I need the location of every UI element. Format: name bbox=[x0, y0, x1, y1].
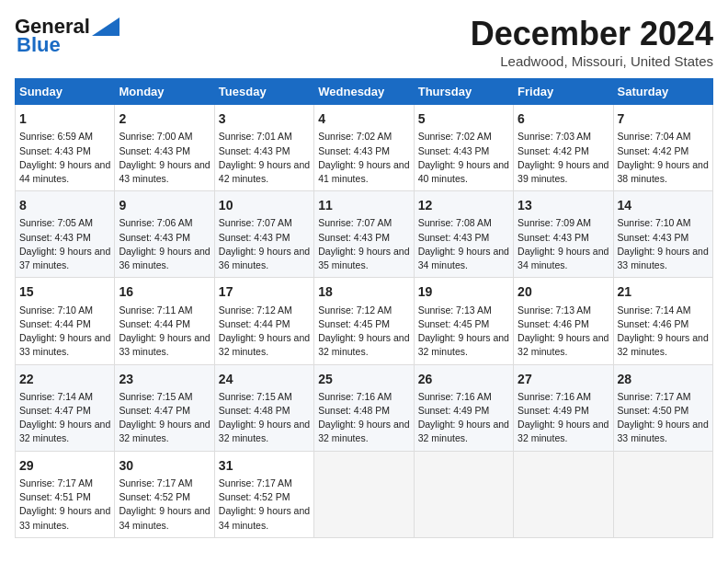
svg-marker-0 bbox=[92, 17, 119, 36]
sunrise-label: Sunrise: 7:17 AM bbox=[19, 477, 93, 488]
daylight-label: Daylight: 9 hours and 33 minutes. bbox=[618, 246, 709, 270]
sunset-label: Sunset: 4:43 PM bbox=[318, 232, 390, 243]
sunset-label: Sunset: 4:45 PM bbox=[418, 318, 490, 329]
calendar-cell: 10Sunrise: 7:07 AMSunset: 4:43 PMDayligh… bbox=[214, 191, 313, 278]
calendar-cell: 31Sunrise: 7:17 AMSunset: 4:52 PMDayligh… bbox=[214, 451, 313, 537]
sunset-label: Sunset: 4:43 PM bbox=[418, 232, 490, 243]
calendar-cell: 7Sunrise: 7:04 AMSunset: 4:42 PMDaylight… bbox=[613, 105, 712, 191]
daylight-label: Daylight: 9 hours and 32 minutes. bbox=[518, 332, 609, 357]
daylight-label: Daylight: 9 hours and 40 minutes. bbox=[418, 159, 509, 184]
daylight-label: Daylight: 9 hours and 41 minutes. bbox=[318, 159, 409, 184]
sunset-label: Sunset: 4:49 PM bbox=[418, 405, 490, 416]
day-header-tuesday: Tuesday bbox=[214, 79, 313, 105]
sunset-label: Sunset: 4:43 PM bbox=[318, 145, 390, 156]
calendar-cell bbox=[514, 451, 613, 537]
calendar-cell: 12Sunrise: 7:08 AMSunset: 4:43 PMDayligh… bbox=[414, 191, 513, 278]
daylight-label: Daylight: 9 hours and 32 minutes. bbox=[418, 419, 509, 443]
calendar-cell bbox=[414, 451, 513, 537]
daylight-label: Daylight: 9 hours and 32 minutes. bbox=[618, 332, 709, 357]
day-number: 21 bbox=[618, 282, 709, 301]
sunset-label: Sunset: 4:52 PM bbox=[219, 491, 290, 502]
day-number: 9 bbox=[119, 196, 210, 214]
sunrise-label: Sunrise: 7:10 AM bbox=[618, 217, 691, 228]
sunset-label: Sunset: 4:42 PM bbox=[518, 145, 589, 156]
calendar-table: SundayMondayTuesdayWednesdayThursdayFrid… bbox=[15, 78, 713, 538]
day-header-saturday: Saturday bbox=[613, 79, 712, 105]
day-number: 15 bbox=[19, 282, 110, 301]
day-number: 17 bbox=[219, 282, 310, 301]
calendar-row-4: 22Sunrise: 7:14 AMSunset: 4:47 PMDayligh… bbox=[16, 364, 713, 451]
daylight-label: Daylight: 9 hours and 32 minutes. bbox=[418, 332, 509, 357]
sunset-label: Sunset: 4:47 PM bbox=[119, 405, 190, 416]
sunrise-label: Sunrise: 7:00 AM bbox=[119, 131, 192, 142]
calendar-cell: 8Sunrise: 7:05 AMSunset: 4:43 PMDaylight… bbox=[16, 191, 115, 278]
logo: General Blue bbox=[15, 15, 119, 57]
sunset-label: Sunset: 4:48 PM bbox=[318, 405, 390, 416]
day-header-thursday: Thursday bbox=[414, 79, 513, 105]
sunrise-label: Sunrise: 7:15 AM bbox=[219, 391, 292, 402]
sunset-label: Sunset: 4:46 PM bbox=[618, 318, 689, 329]
calendar-cell: 1Sunrise: 6:59 AMSunset: 4:43 PMDaylight… bbox=[16, 105, 115, 191]
calendar-cell: 30Sunrise: 7:17 AMSunset: 4:52 PMDayligh… bbox=[115, 451, 214, 537]
day-header-sunday: Sunday bbox=[16, 79, 115, 105]
sunset-label: Sunset: 4:43 PM bbox=[618, 232, 689, 243]
calendar-cell: 9Sunrise: 7:06 AMSunset: 4:43 PMDaylight… bbox=[115, 191, 214, 278]
sunrise-label: Sunrise: 7:07 AM bbox=[318, 217, 392, 228]
calendar-header-row: SundayMondayTuesdayWednesdayThursdayFrid… bbox=[16, 79, 713, 105]
day-header-monday: Monday bbox=[115, 79, 214, 105]
day-number: 6 bbox=[518, 109, 609, 128]
calendar-body: 1Sunrise: 6:59 AMSunset: 4:43 PMDaylight… bbox=[16, 105, 713, 538]
day-number: 26 bbox=[418, 370, 509, 388]
title-area: December 2024 Leadwood, Missouri, United… bbox=[471, 15, 713, 69]
calendar-cell bbox=[314, 451, 414, 537]
calendar-cell: 3Sunrise: 7:01 AMSunset: 4:43 PMDaylight… bbox=[214, 105, 313, 191]
daylight-label: Daylight: 9 hours and 32 minutes. bbox=[219, 332, 310, 357]
sunset-label: Sunset: 4:43 PM bbox=[19, 232, 91, 243]
sunset-label: Sunset: 4:46 PM bbox=[518, 318, 589, 329]
calendar-cell: 27Sunrise: 7:16 AMSunset: 4:49 PMDayligh… bbox=[514, 364, 613, 451]
day-number: 13 bbox=[518, 196, 609, 214]
day-number: 4 bbox=[318, 109, 409, 128]
day-number: 22 bbox=[19, 370, 110, 388]
daylight-label: Daylight: 9 hours and 32 minutes. bbox=[318, 332, 409, 357]
sunrise-label: Sunrise: 7:05 AM bbox=[19, 217, 93, 228]
day-number: 11 bbox=[318, 196, 409, 214]
daylight-label: Daylight: 9 hours and 43 minutes. bbox=[119, 159, 210, 184]
daylight-label: Daylight: 9 hours and 42 minutes. bbox=[219, 159, 310, 184]
calendar-row-3: 15Sunrise: 7:10 AMSunset: 4:44 PMDayligh… bbox=[16, 278, 713, 364]
day-header-wednesday: Wednesday bbox=[314, 79, 414, 105]
sunset-label: Sunset: 4:43 PM bbox=[119, 232, 190, 243]
day-number: 27 bbox=[518, 370, 609, 388]
sunrise-label: Sunrise: 7:03 AM bbox=[518, 131, 591, 142]
sunset-label: Sunset: 4:44 PM bbox=[19, 318, 91, 329]
sunset-label: Sunset: 4:43 PM bbox=[219, 232, 290, 243]
calendar-row-1: 1Sunrise: 6:59 AMSunset: 4:43 PMDaylight… bbox=[16, 105, 713, 191]
sunset-label: Sunset: 4:43 PM bbox=[418, 145, 490, 156]
daylight-label: Daylight: 9 hours and 34 minutes. bbox=[418, 246, 509, 270]
sunset-label: Sunset: 4:48 PM bbox=[219, 405, 290, 416]
calendar-cell: 24Sunrise: 7:15 AMSunset: 4:48 PMDayligh… bbox=[214, 364, 313, 451]
daylight-label: Daylight: 9 hours and 33 minutes. bbox=[19, 505, 110, 530]
daylight-label: Daylight: 9 hours and 32 minutes. bbox=[119, 419, 210, 443]
sunrise-label: Sunrise: 7:04 AM bbox=[618, 131, 691, 142]
calendar-cell: 16Sunrise: 7:11 AMSunset: 4:44 PMDayligh… bbox=[115, 278, 214, 364]
sunrise-label: Sunrise: 7:08 AM bbox=[418, 217, 492, 228]
logo-blue: Blue bbox=[17, 33, 61, 57]
day-header-friday: Friday bbox=[514, 79, 613, 105]
day-number: 29 bbox=[19, 456, 110, 475]
sunrise-label: Sunrise: 7:12 AM bbox=[318, 304, 392, 316]
sunrise-label: Sunrise: 6:59 AM bbox=[19, 131, 93, 142]
calendar-cell: 15Sunrise: 7:10 AMSunset: 4:44 PMDayligh… bbox=[16, 278, 115, 364]
sunset-label: Sunset: 4:44 PM bbox=[119, 318, 190, 329]
day-number: 19 bbox=[418, 282, 509, 301]
sunrise-label: Sunrise: 7:01 AM bbox=[219, 131, 292, 142]
sunset-label: Sunset: 4:43 PM bbox=[19, 145, 91, 156]
daylight-label: Daylight: 9 hours and 39 minutes. bbox=[518, 159, 609, 184]
calendar-cell: 23Sunrise: 7:15 AMSunset: 4:47 PMDayligh… bbox=[115, 364, 214, 451]
day-number: 8 bbox=[19, 196, 110, 214]
daylight-label: Daylight: 9 hours and 37 minutes. bbox=[19, 246, 110, 270]
calendar-row-5: 29Sunrise: 7:17 AMSunset: 4:51 PMDayligh… bbox=[16, 451, 713, 537]
page-header: General Blue December 2024 Leadwood, Mis… bbox=[15, 15, 713, 69]
day-number: 23 bbox=[119, 370, 210, 388]
sunrise-label: Sunrise: 7:16 AM bbox=[518, 391, 591, 402]
